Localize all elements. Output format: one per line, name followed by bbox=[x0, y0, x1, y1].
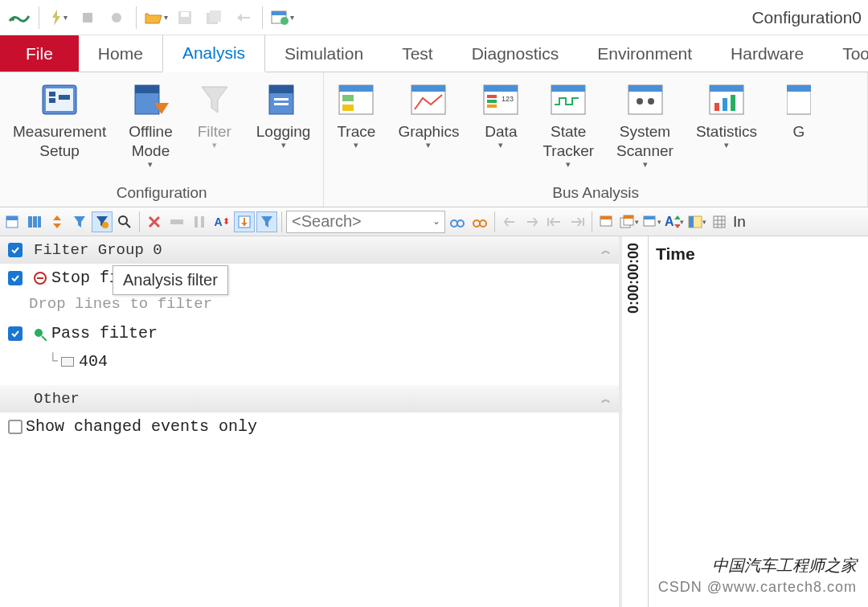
tb-back-icon[interactable] bbox=[499, 211, 520, 232]
tb-funnel-icon[interactable] bbox=[69, 211, 90, 232]
svg-rect-54 bbox=[170, 219, 183, 224]
app-icon[interactable] bbox=[6, 6, 32, 29]
svg-rect-72 bbox=[689, 216, 694, 228]
measurement-setup-button[interactable]: Measurement Setup bbox=[2, 77, 117, 181]
tb-pause-icon[interactable] bbox=[189, 211, 210, 232]
tb-win2-icon[interactable]: ▾ bbox=[619, 211, 640, 232]
checkbox-checked-icon[interactable] bbox=[8, 271, 23, 285]
checkbox-unchecked-icon[interactable] bbox=[8, 420, 23, 434]
svg-text:123: 123 bbox=[502, 95, 514, 103]
config-title: Configuration0 bbox=[751, 8, 862, 27]
show-changed-row[interactable]: Show changed events only bbox=[0, 412, 619, 441]
separator bbox=[592, 211, 592, 232]
tb-back2-icon[interactable] bbox=[544, 211, 565, 232]
tab-hardware[interactable]: Hardware bbox=[711, 35, 823, 72]
tb-fwd-icon[interactable] bbox=[522, 211, 542, 232]
svg-rect-70 bbox=[644, 216, 655, 219]
svg-rect-22 bbox=[339, 85, 373, 92]
tb-font-icon[interactable]: A▾ bbox=[664, 211, 685, 232]
separator bbox=[262, 6, 263, 29]
filter-group-header[interactable]: Filter Group 0 ︽ bbox=[0, 236, 619, 264]
tb-win1-icon[interactable] bbox=[596, 211, 617, 232]
svg-point-78 bbox=[35, 329, 43, 337]
stop-icon[interactable] bbox=[75, 6, 100, 29]
tab-diagnostics[interactable]: Diagnostics bbox=[452, 35, 579, 72]
tab-test[interactable]: Test bbox=[383, 35, 452, 72]
pass-filter-row[interactable]: Pass filter bbox=[0, 319, 619, 347]
pass-filter-label: Pass filter bbox=[51, 324, 158, 342]
checkbox-checked-icon[interactable] bbox=[8, 326, 23, 341]
tab-home[interactable]: Home bbox=[79, 35, 162, 72]
statistics-button[interactable]: Statistics▾ bbox=[685, 77, 768, 181]
graphics-button[interactable]: Graphics▾ bbox=[387, 77, 470, 181]
tb-columns-icon[interactable] bbox=[24, 211, 45, 232]
time-panel: 0:00:00:00 Time bbox=[619, 236, 868, 607]
tb-updown-icon[interactable] bbox=[47, 211, 68, 232]
separator bbox=[494, 211, 495, 232]
tb-win3-icon[interactable]: ▾ bbox=[641, 211, 662, 232]
logging-button[interactable]: Logging ▾ bbox=[245, 77, 322, 181]
tb-grid-icon[interactable] bbox=[709, 211, 730, 232]
tb-text-icon[interactable]: A⬍ bbox=[211, 211, 232, 232]
gauge-button[interactable]: G bbox=[768, 77, 829, 181]
svg-point-60 bbox=[473, 220, 480, 227]
tb-find-icon[interactable] bbox=[114, 211, 135, 232]
svg-rect-4 bbox=[181, 12, 189, 17]
other-header[interactable]: Other ︽ bbox=[0, 385, 619, 412]
chevron-down-icon[interactable]: ⌄ bbox=[432, 215, 440, 227]
trace-button[interactable]: Trace▾ bbox=[326, 77, 387, 181]
tb-analysis-filter-icon[interactable] bbox=[92, 211, 113, 232]
group-configuration: Measurement Setup Offline Mode ▾ Filter … bbox=[0, 72, 324, 207]
stop-filter-hint: Drop lines to filter bbox=[0, 292, 619, 319]
tb-toggle1-icon[interactable] bbox=[2, 211, 23, 232]
svg-point-51 bbox=[102, 222, 108, 228]
message-icon bbox=[61, 357, 74, 367]
tb-layout-icon[interactable]: ▾ bbox=[686, 211, 707, 232]
state-tracker-button[interactable]: State Tracker▾ bbox=[531, 77, 605, 181]
tb-binoculars-icon[interactable] bbox=[447, 211, 468, 232]
saveall-icon[interactable] bbox=[201, 6, 227, 29]
tb-binoculars2-icon[interactable] bbox=[469, 211, 490, 232]
lightning-icon[interactable]: ▾ bbox=[46, 6, 72, 29]
tb-delete-icon[interactable] bbox=[144, 211, 165, 232]
tab-file[interactable]: File bbox=[0, 35, 79, 72]
show-changed-label: Show changed events only bbox=[26, 417, 257, 436]
search-field[interactable]: ⌄ bbox=[286, 211, 445, 233]
record-icon[interactable] bbox=[104, 6, 129, 29]
tb-mode1-icon[interactable] bbox=[234, 211, 255, 232]
tab-environment[interactable]: Environment bbox=[578, 35, 711, 72]
data-button[interactable]: 123 Data▾ bbox=[470, 77, 531, 181]
collapse-icon[interactable]: ︽ bbox=[601, 244, 611, 257]
stop-filter-row[interactable]: Stop filter bbox=[0, 264, 619, 292]
filter-button[interactable]: Filter ▾ bbox=[184, 77, 245, 181]
svg-rect-19 bbox=[274, 98, 289, 100]
svg-rect-8 bbox=[272, 11, 286, 15]
tab-simulation[interactable]: Simulation bbox=[265, 35, 383, 72]
quick-access-toolbar: ▾ ▾ ▾ Configuration0 bbox=[0, 0, 868, 35]
group-label-bus-analysis: Bus Analysis bbox=[326, 181, 866, 207]
open-icon[interactable]: ▾ bbox=[143, 6, 169, 29]
tab-tools[interactable]: Tools bbox=[823, 35, 868, 72]
tb-row-icon[interactable] bbox=[166, 211, 187, 232]
tb-fwd2-icon[interactable] bbox=[567, 211, 588, 232]
save-icon[interactable] bbox=[172, 6, 198, 29]
svg-rect-65 bbox=[600, 216, 612, 219]
window-icon[interactable]: ▾ bbox=[269, 6, 295, 29]
separator bbox=[281, 211, 282, 232]
svg-rect-14 bbox=[59, 95, 70, 100]
offline-mode-button[interactable]: Offline Mode ▾ bbox=[117, 77, 184, 181]
tooltip-analysis-filter: Analysis filter bbox=[113, 265, 228, 295]
tb-mode2-icon[interactable] bbox=[256, 211, 277, 232]
checkbox-checked-icon[interactable] bbox=[8, 243, 23, 257]
svg-point-37 bbox=[637, 98, 643, 105]
separator bbox=[136, 6, 137, 29]
undo-icon[interactable] bbox=[230, 6, 256, 29]
tab-analysis[interactable]: Analysis bbox=[162, 35, 265, 72]
ribbon-content: Measurement Setup Offline Mode ▾ Filter … bbox=[0, 72, 868, 207]
system-scanner-button[interactable]: System Scanner▾ bbox=[605, 77, 685, 181]
search-input[interactable] bbox=[286, 211, 445, 233]
pass-filter-item[interactable]: └ 404 bbox=[0, 347, 619, 375]
svg-rect-55 bbox=[194, 216, 198, 228]
collapse-icon[interactable]: ︽ bbox=[601, 392, 611, 406]
svg-rect-28 bbox=[484, 85, 518, 92]
